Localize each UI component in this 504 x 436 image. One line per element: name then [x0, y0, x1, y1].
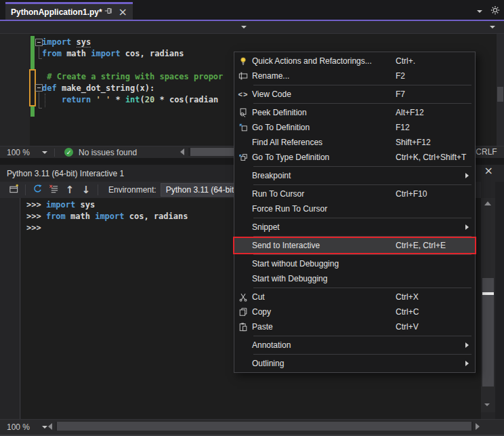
issues-status[interactable]: No issues found — [79, 148, 137, 157]
types-dropdown-caret-icon[interactable] — [241, 26, 247, 28]
cut-icon — [234, 292, 252, 302]
paste-icon — [234, 322, 252, 332]
interactive-horizontal-scrollbar-thumb[interactable] — [57, 422, 471, 431]
reset-button[interactable] — [29, 182, 45, 197]
menu-item-label: Breakpoint — [252, 171, 396, 180]
tab-title: PythonApplication1.py* — [11, 7, 104, 17]
menu-item-label: Annotation — [252, 340, 396, 350]
fold-guide-foot — [39, 108, 42, 108]
menu-item-shortcut: F7 — [396, 90, 405, 99]
vscroll-up-arrow-icon[interactable] — [484, 201, 491, 205]
menu-item-label: Start with Debugging — [252, 274, 396, 283]
editor-vertical-scrollbar-thumb[interactable] — [497, 87, 503, 102]
history-previous-icon: ↑ — [66, 184, 75, 196]
code-line: >>> — [26, 222, 188, 234]
tab-pythonapplication1[interactable]: PythonApplication1.py* × — [5, 2, 133, 20]
menu-item-quick-actions-and-refactorings[interactable]: Quick Actions and Refactorings...Ctrl+. — [234, 54, 475, 68]
menu-item-go-to-definition[interactable]: Go To DefinitionF12 — [234, 120, 475, 135]
menu-item-label: Go To Definition — [252, 123, 396, 132]
submenu-arrow-icon — [465, 224, 469, 230]
editor-navigation-bar — [0, 21, 504, 34]
menu-separator — [253, 288, 471, 288]
menu-item-annotation[interactable]: Annotation — [234, 338, 475, 353]
menu-separator — [253, 218, 471, 218]
peek-definition-icon — [234, 108, 252, 117]
menu-item-shortcut: F2 — [396, 71, 405, 81]
code-token: int — [125, 95, 140, 104]
code-line: from math import cos, radians — [42, 48, 223, 60]
code-line: import sys — [42, 37, 223, 48]
menu-item-snippet[interactable]: Snippet — [234, 220, 475, 235]
members-dropdown-caret-icon[interactable] — [490, 26, 495, 28]
menu-item-shortcut: F12 — [396, 123, 410, 132]
menu-item-rename[interactable]: Rename...F2 — [234, 68, 475, 83]
toolbar-separator — [25, 184, 26, 195]
vscroll-down-arrow-icon[interactable] — [484, 403, 490, 406]
menu-item-run-to-cursor[interactable]: Run To CursorCtrl+F10 — [234, 186, 475, 201]
menu-item-shortcut: Ctrl+X — [396, 292, 419, 302]
menu-item-start-without-debugging[interactable]: Start without Debugging — [234, 256, 475, 271]
menu-item-shortcut: Ctrl+K, Ctrl+Shift+T — [396, 153, 466, 162]
code-token: cos, radians — [125, 212, 188, 221]
visual-studio-window: PythonApplication1.py* × import sysfrom … — [0, 0, 504, 436]
menu-item-copy[interactable]: CopyCtrl+C — [234, 304, 475, 319]
menu-item-peek-definition[interactable]: Peek DefinitionAlt+F12 — [234, 105, 475, 120]
history-previous-button[interactable]: ↑ — [62, 182, 78, 197]
code-token — [71, 37, 76, 47]
history-next-button[interactable]: ↓ — [78, 182, 94, 197]
menu-item-shortcut: Ctrl+F10 — [396, 189, 427, 199]
pin-icon[interactable] — [104, 6, 113, 18]
menu-item-cut[interactable]: CutCtrl+X — [234, 290, 475, 304]
menu-separator — [253, 103, 471, 104]
history-next-icon: ↓ — [82, 184, 91, 196]
menu-item-find-all-references[interactable]: Find All ReferencesShift+F12 — [234, 135, 475, 150]
menu-item-shortcut: Ctrl+C — [396, 307, 419, 317]
dropdown-caret-icon[interactable] — [477, 10, 482, 13]
environment-combo[interactable]: Python 3.11 (64-bit) — [161, 183, 243, 197]
menu-item-shortcut: Shift+F12 — [396, 138, 431, 147]
menu-item-label: Cut — [252, 292, 396, 302]
menu-separator — [253, 184, 471, 185]
menu-item-paste[interactable]: PasteCtrl+V — [234, 319, 475, 334]
code-token: import — [91, 49, 120, 58]
code-token: def — [42, 83, 57, 93]
menu-item-breakpoint[interactable]: Breakpoint — [234, 168, 475, 183]
editor-zoom-control[interactable]: 100 % — [0, 146, 54, 158]
code-token: return — [62, 95, 91, 104]
menu-item-go-to-type-definition[interactable]: Go To Type DefinitionCtrl+K, Ctrl+Shift+… — [234, 150, 475, 165]
context-menu: Quick Actions and Refactorings...Ctrl+.R… — [234, 52, 476, 373]
menu-item-shortcut: Ctrl+V — [396, 322, 419, 332]
menu-separator — [253, 254, 471, 255]
close-icon[interactable]: × — [119, 7, 127, 17]
hscroll-right-arrow-icon[interactable] — [476, 423, 480, 430]
menu-item-outlining[interactable]: Outlining — [234, 356, 475, 371]
hscroll-left-arrow-icon[interactable] — [180, 148, 184, 155]
menu-item-start-with-debugging[interactable]: Start with Debugging — [234, 271, 475, 286]
code-token: ' ' — [96, 95, 111, 104]
submenu-arrow-icon — [465, 361, 469, 366]
hscroll-left-arrow-icon[interactable] — [48, 423, 52, 430]
interactive-zoom-control[interactable]: 100 % — [0, 420, 54, 435]
menu-item-label: Send to Interactive — [252, 241, 396, 250]
interactive-code-lines: >>> import sys>>> from math import cos, … — [26, 199, 188, 234]
close-icon[interactable]: × — [484, 166, 493, 176]
fold-guide — [39, 47, 39, 58]
menu-item-send-to-interactive[interactable]: Send to InteractiveCtrl+E, Ctrl+E — [234, 238, 475, 253]
clear-screen-button[interactable] — [45, 182, 62, 197]
code-token: cos, radians — [121, 49, 184, 58]
new-interactive-window-button[interactable] — [5, 182, 22, 197]
gear-icon[interactable] — [490, 5, 500, 17]
reset-icon — [33, 184, 43, 196]
menu-item-view-code[interactable]: <>View CodeF7 — [234, 87, 475, 102]
editor-code-lines: import sysfrom math import cos, radians … — [42, 37, 223, 106]
menu-item-label: Quick Actions and Refactorings... — [252, 56, 396, 66]
code-token: sys — [75, 200, 95, 210]
menu-item-label: Force Run To Cursor — [252, 204, 396, 214]
code-line — [42, 60, 223, 71]
code-token: import — [95, 212, 124, 221]
menu-item-force-run-to-cursor[interactable]: Force Run To Cursor — [234, 201, 475, 216]
rename-icon — [234, 71, 252, 81]
menu-item-shortcut: Ctrl+E, Ctrl+E — [396, 241, 446, 250]
menu-item-label: Outlining — [252, 359, 396, 368]
code-token: import — [46, 200, 75, 210]
